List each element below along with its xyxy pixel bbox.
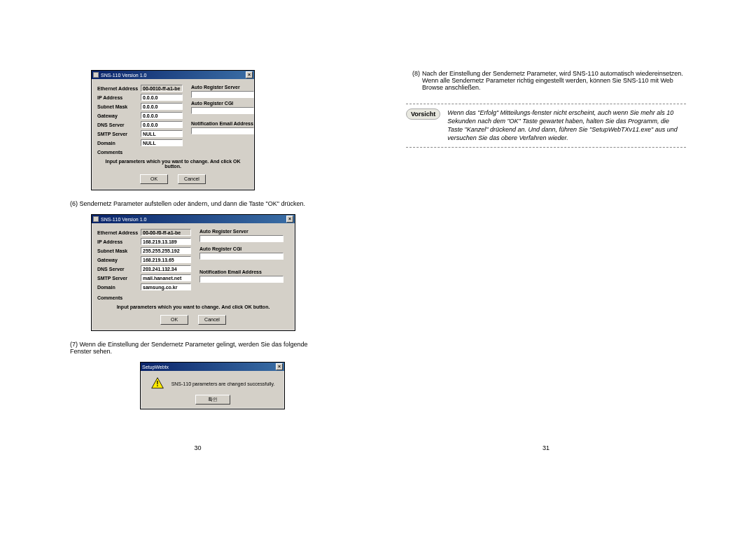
step-text: Sendernetz Parameter aufstellen oder änd… — [80, 200, 305, 207]
page-left: SNS-110 Version 1.0 × Ethernet Address00… — [0, 0, 378, 534]
input-notif-email[interactable] — [200, 276, 284, 283]
input-smtp[interactable]: NULL — [141, 130, 183, 137]
input-gateway[interactable]: 0.0.0.0 — [141, 112, 183, 119]
ok-button[interactable]: OK — [160, 315, 188, 325]
input-subnet[interactable]: 255.255.255.192 — [141, 247, 191, 254]
input-notif-email[interactable] — [191, 127, 254, 134]
dialog-sns110-filled: SNS-110 Version 1.0 × Ethernet Address00… — [91, 214, 295, 331]
dialog-titlebar: SNS-110 Version 1.0 × — [92, 215, 295, 223]
label-ip: IP Address — [97, 239, 141, 244]
dialog-titlebar: SNS-110 Version 1.0 × — [92, 71, 254, 79]
step-text: Nach der Einstellung der Sendernetz Para… — [422, 70, 686, 91]
label-domain: Domain — [97, 141, 141, 146]
caution-badge: Vorsicht — [406, 108, 440, 120]
step-7-caption: (7) Wenn die Einstellung der Sendernetz … — [70, 341, 326, 355]
step-number: (6) — [70, 200, 78, 207]
ok-button[interactable]: OK — [140, 174, 168, 184]
input-autoreg-cgi[interactable] — [200, 253, 284, 260]
label-comments: Comments — [97, 150, 141, 155]
close-icon[interactable]: × — [276, 363, 283, 370]
label-smtp: SMTP Server — [97, 132, 141, 136]
input-dns[interactable]: 0.0.0.0 — [141, 121, 183, 128]
input-autoreg-server[interactable] — [200, 235, 284, 242]
step-8-caption: (8) Nach der Einstellung der Sendernetz … — [406, 70, 686, 91]
label-autoreg-cgi: Auto Register CGI — [191, 101, 254, 106]
dialog-success: SetupWebtx × ! SNS-110 parameters are ch… — [140, 362, 285, 409]
ok-button[interactable]: 확인 — [195, 395, 230, 405]
label-notif-email: Notification Email Address — [200, 269, 284, 274]
label-subnet: Subnet Mask — [97, 248, 141, 253]
label-ip: IP Address — [97, 95, 141, 100]
label-subnet: Subnet Mask — [97, 104, 141, 109]
label-autoreg-cgi: Auto Register CGI — [200, 246, 284, 251]
label-autoreg-server: Auto Register Server — [200, 229, 284, 234]
label-comments: Comments — [97, 295, 141, 300]
input-smtp[interactable]: mail.hananet.net — [141, 274, 191, 281]
dialog-title: SetupWebtx — [142, 365, 276, 370]
value-ethernet: 00-0010-ff-a1-be — [141, 85, 183, 92]
cancel-button[interactable]: Cancel — [198, 315, 226, 325]
label-dns: DNS Server — [97, 267, 141, 272]
page-right: (8) Nach der Einstellung der Sendernetz … — [378, 0, 756, 534]
dialog-hint: Input parameters which you want to chang… — [97, 159, 248, 169]
dialog-titlebar: SetupWebtx × — [141, 363, 284, 371]
dialog-title: SNS-110 Version 1.0 — [101, 73, 246, 78]
label-smtp: SMTP Server — [97, 276, 141, 281]
dialog-sns110-initial: SNS-110 Version 1.0 × Ethernet Address00… — [91, 70, 255, 190]
app-icon — [93, 72, 99, 78]
label-ethernet: Ethernet Address — [97, 86, 141, 91]
caution-text: Wenn das "Erfolg" Mitteilungs-fenster ni… — [447, 108, 686, 143]
input-subnet[interactable]: 0.0.0.0 — [141, 103, 183, 110]
label-ethernet: Ethernet Address — [97, 230, 141, 235]
success-message: SNS-110 parameters are changed successfu… — [172, 381, 275, 386]
label-gateway: Gateway — [97, 113, 141, 118]
input-ip[interactable]: 0.0.0.0 — [141, 94, 183, 101]
close-icon[interactable]: × — [286, 216, 293, 223]
dialog-title: SNS-110 Version 1.0 — [101, 217, 286, 222]
app-icon — [93, 216, 99, 222]
caution-box: Vorsicht Wenn das "Erfolg" Mitteilungs-f… — [406, 104, 686, 148]
value-ethernet: 00-00-f0-ff-a1-be — [141, 229, 191, 236]
input-autoreg-cgi[interactable] — [191, 107, 254, 114]
label-dns: DNS Server — [97, 122, 141, 127]
label-autoreg-server: Auto Register Server — [191, 85, 254, 90]
label-domain: Domain — [97, 285, 141, 290]
warning-icon: ! — [150, 377, 164, 391]
input-domain[interactable]: samsung.co.kr — [141, 283, 191, 290]
input-autoreg-server[interactable] — [191, 91, 254, 98]
svg-text:!: ! — [156, 380, 158, 388]
cancel-button[interactable]: Cancel — [178, 174, 206, 184]
dialog-hint: Input parameters which you want to chang… — [97, 304, 289, 309]
step-text: Wenn die Einstellung der Sendernetz Para… — [70, 341, 308, 355]
input-domain[interactable]: NULL — [141, 139, 183, 146]
page-number-left: 30 — [70, 444, 326, 451]
label-notif-email: Notification Email Address — [191, 121, 254, 126]
step-number: (7) — [70, 341, 78, 348]
step-6-caption: (6) Sendernetz Parameter aufstellen oder… — [70, 200, 326, 207]
page-number-right: 31 — [406, 444, 686, 451]
input-dns[interactable]: 203.241.132.34 — [141, 265, 191, 272]
input-gateway[interactable]: 168.219.13.65 — [141, 256, 191, 263]
input-ip[interactable]: 168.219.13.189 — [141, 238, 191, 245]
step-number: (8) — [406, 70, 422, 91]
label-gateway: Gateway — [97, 258, 141, 262]
close-icon[interactable]: × — [246, 71, 253, 78]
